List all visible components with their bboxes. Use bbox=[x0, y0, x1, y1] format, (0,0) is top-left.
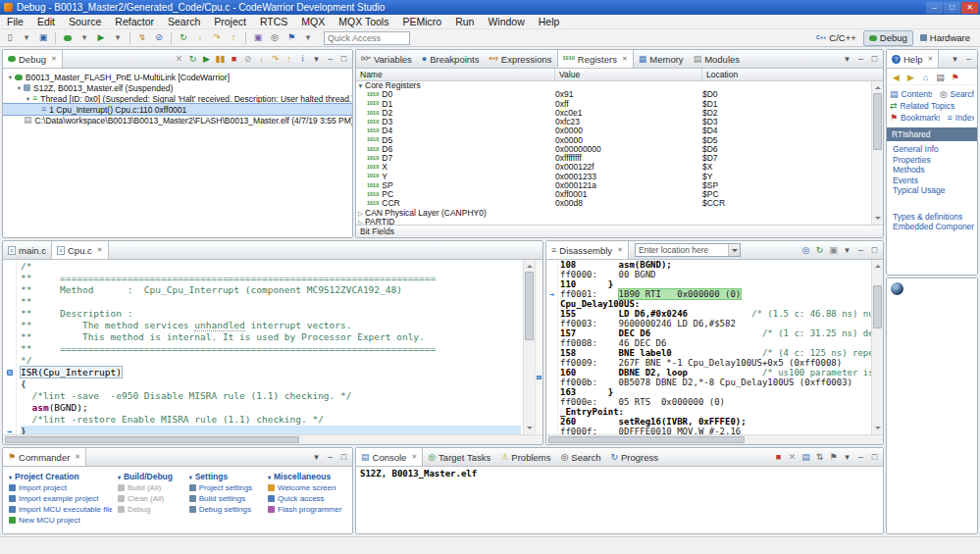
tree-expander[interactable]: ▾ bbox=[15, 84, 24, 92]
scrollbar-thumb[interactable] bbox=[548, 436, 745, 443]
search-link[interactable]: ◎Search bbox=[940, 89, 974, 99]
scroll-up-icon[interactable] bbox=[872, 260, 883, 270]
console-dropdown-button[interactable]: ▾ bbox=[841, 451, 853, 464]
new-project-button[interactable]: ▣ bbox=[250, 30, 266, 45]
editor-code[interactable]: /*** ===================================… bbox=[17, 260, 542, 434]
import-mcu-executable-file-link[interactable]: Import MCU executable file bbox=[9, 504, 112, 515]
step-over-button[interactable]: ↷ bbox=[269, 53, 282, 66]
view-menu-button[interactable]: ▾ bbox=[949, 53, 961, 66]
quick-access-link[interactable]: Quick access bbox=[268, 493, 348, 504]
maximize-button[interactable]: □ bbox=[868, 244, 881, 257]
annotation-button[interactable]: ⚑ bbox=[284, 30, 299, 45]
tab-expressions[interactable]: x+yExpressions bbox=[484, 50, 556, 68]
close-icon[interactable]: ✕ bbox=[622, 55, 628, 63]
tree-expander[interactable]: ▷ bbox=[356, 218, 365, 225]
tab-target-tasks[interactable]: ◎Target Tasks bbox=[423, 448, 495, 466]
restart-button[interactable]: ↻ bbox=[186, 53, 199, 66]
view-menu-button[interactable]: ▾ bbox=[310, 451, 323, 464]
back-button[interactable]: ◀ bbox=[890, 72, 903, 84]
scroll-up-icon[interactable] bbox=[872, 81, 883, 91]
minimize-button[interactable]: – bbox=[324, 451, 336, 464]
step-into-button[interactable]: ↓ bbox=[255, 53, 268, 66]
menu-file[interactable]: File bbox=[0, 15, 30, 29]
editor-scrollbar[interactable] bbox=[523, 260, 535, 434]
register-row[interactable]: 1010D30xfc23$D3 bbox=[356, 118, 870, 126]
menu-project[interactable]: Project bbox=[207, 15, 253, 29]
scroll-up-icon[interactable] bbox=[524, 260, 535, 270]
events-link[interactable]: Events bbox=[890, 176, 974, 186]
registers-scrollbar[interactable] bbox=[871, 81, 883, 225]
link-with-editor-button[interactable]: ▣ bbox=[827, 244, 840, 257]
maximize-button[interactable]: □ bbox=[337, 53, 350, 66]
tab-disassembly[interactable]: ≡Disassembly✕ bbox=[546, 241, 629, 259]
scrollbar-thumb[interactable] bbox=[525, 272, 534, 340]
register-row[interactable]: 1010SP0x000121a$SP bbox=[356, 181, 870, 190]
menu-run[interactable]: Run bbox=[448, 15, 481, 29]
terminate-button[interactable]: ■ bbox=[772, 451, 785, 464]
menu-mqx-tools[interactable]: MQX Tools bbox=[332, 15, 395, 29]
register-row[interactable]: 1010D00x91$D0 bbox=[356, 90, 870, 99]
register-row[interactable]: 1010D60x00000000$D6 bbox=[356, 145, 870, 154]
editor-hscrollbar[interactable] bbox=[3, 434, 542, 444]
editor-overview-ruler[interactable] bbox=[535, 260, 542, 434]
step-return-button[interactable]: ↑ bbox=[226, 30, 241, 45]
scroll-lock-button[interactable]: ⇅ bbox=[813, 451, 826, 464]
debug-bug-button[interactable] bbox=[60, 30, 76, 45]
bookmarks-link[interactable]: ⚑Bookmarks bbox=[890, 113, 940, 123]
commander-section-header[interactable]: ▾Build/Debug bbox=[118, 471, 183, 482]
menu-pemicro[interactable]: PEMicro bbox=[395, 15, 448, 29]
register-group-row[interactable]: ▼Core Registers bbox=[356, 81, 870, 90]
menu-rtcs[interactable]: RTCS bbox=[253, 15, 294, 29]
maximize-button[interactable]: □ bbox=[944, 2, 960, 14]
index-link[interactable]: ≡Index bbox=[948, 113, 974, 123]
remove-launch-button[interactable]: ✕ bbox=[786, 451, 799, 464]
title-bar[interactable]: Debug - B0013_Master2/Generated_Code/Cpu… bbox=[0, 0, 980, 15]
disconnect-button[interactable]: ⊘ bbox=[241, 53, 254, 66]
register-row[interactable]: 1010D10xff$D1 bbox=[356, 100, 870, 109]
pin-console-button[interactable]: ⚑ bbox=[827, 451, 840, 464]
scrollbar-thumb[interactable] bbox=[5, 436, 299, 443]
globe-icon[interactable] bbox=[891, 282, 903, 295]
help-selected-topic[interactable]: RTIshared bbox=[887, 127, 977, 141]
methods-link[interactable]: Methods bbox=[890, 165, 974, 176]
menu-refactor[interactable]: Refactor bbox=[108, 15, 161, 29]
related-topics-link[interactable]: ⇄Related Topics bbox=[890, 101, 954, 111]
close-icon[interactable]: ✕ bbox=[928, 55, 934, 63]
scroll-down-icon[interactable] bbox=[872, 425, 883, 434]
search-button[interactable]: ◎ bbox=[267, 30, 283, 45]
welcome-screen-link[interactable]: Welcome screen bbox=[268, 482, 348, 493]
column-header-name[interactable]: Name bbox=[356, 69, 555, 80]
build-settings-link[interactable]: Build settings bbox=[189, 493, 262, 504]
new-wizard-button[interactable]: ▯ bbox=[2, 30, 18, 45]
tab-progress[interactable]: ↻Progress bbox=[605, 448, 663, 466]
commander-section-header[interactable]: ▾Miscellaneous bbox=[268, 471, 348, 482]
registers-rows-wrap[interactable]: ▼Core Registers1010D00x91$D01010D10xff$D… bbox=[356, 81, 883, 225]
minimize-button[interactable]: – bbox=[324, 53, 336, 66]
register-row[interactable]: 1010Y0x0001233$Y bbox=[356, 173, 870, 181]
locate-pc-button[interactable]: ◎ bbox=[799, 244, 812, 257]
minimize-button[interactable]: – bbox=[854, 451, 867, 464]
tab-memory[interactable]: ▦Memory bbox=[634, 50, 689, 68]
toolbar-more-button[interactable]: ▾ bbox=[300, 30, 316, 45]
debug-tree-item[interactable]: ▾S12Z, B0013_Master.elf (Suspended) bbox=[3, 82, 352, 93]
refresh-button[interactable]: ↻ bbox=[813, 244, 826, 257]
tab-cpu-c[interactable]: cCpu.c✕ bbox=[51, 241, 109, 259]
step-into-button[interactable]: ↓ bbox=[192, 30, 208, 45]
close-icon[interactable]: ✕ bbox=[97, 246, 103, 254]
minimize-button[interactable]: – bbox=[854, 53, 867, 66]
embedded-components-link[interactable]: Embedded Components bbox=[890, 222, 974, 232]
tab-variables[interactable]: (x)=Variables bbox=[356, 50, 417, 68]
tab-help[interactable]: ?Help✕ bbox=[887, 50, 939, 68]
types-definitions-link[interactable]: Types & definitions bbox=[890, 212, 974, 223]
skip-breakpoints-button[interactable]: ⊘ bbox=[151, 30, 167, 45]
close-button[interactable]: ✕ bbox=[961, 2, 978, 14]
import-project-link[interactable]: Import project bbox=[9, 482, 112, 493]
column-header-value[interactable]: Value bbox=[555, 69, 702, 80]
register-group-row[interactable]: ▷CAN Physical Layer (CANPHY0) bbox=[356, 209, 870, 218]
flash-programmer-link[interactable]: Flash programmer bbox=[268, 504, 348, 515]
menu-window[interactable]: Window bbox=[481, 15, 531, 29]
new-mcu-project-link[interactable]: New MCU project bbox=[9, 515, 112, 526]
instruction-stepping-button[interactable]: i bbox=[296, 53, 309, 66]
debug-dropdown-button[interactable]: ▾ bbox=[77, 30, 92, 45]
disassembly-hscrollbar[interactable] bbox=[546, 434, 883, 444]
